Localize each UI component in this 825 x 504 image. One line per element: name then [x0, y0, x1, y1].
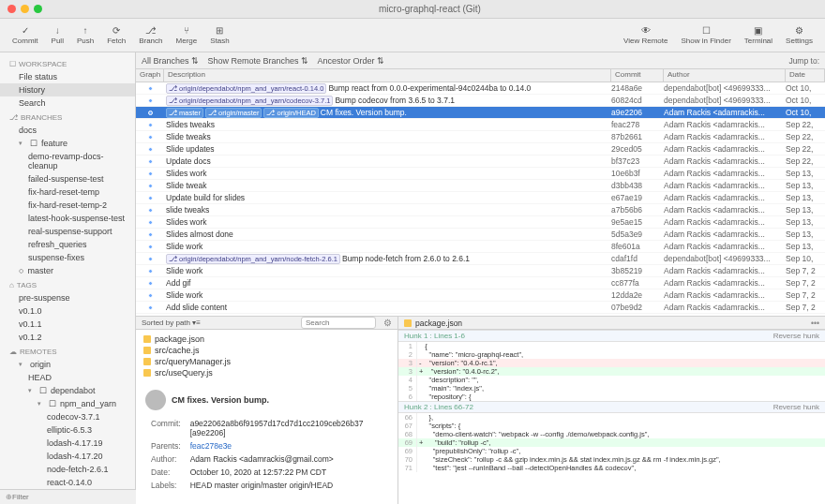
commit-row[interactable]: Slides tweaksfeac278Adam Rackis <adamrac… — [136, 119, 825, 131]
branch-real-suspense-support[interactable]: real-suspense-support — [0, 225, 135, 238]
reverse-hunk[interactable]: Reverse hunk — [773, 332, 819, 340]
file-icon — [404, 319, 412, 327]
code-line: 68 "demo-client-watch": "webpack -w --co… — [398, 430, 825, 438]
fetch-button[interactable]: ⟳Fetch — [100, 25, 132, 45]
commit-icon: ✓ — [22, 25, 29, 36]
close-icon[interactable] — [8, 5, 16, 13]
branch-demo-revamp-docs-cleanup[interactable]: demo-revamp-docs-cleanup — [0, 150, 135, 172]
commit-row[interactable]: Slide work8fe601aAdam Rackis <adamrackis… — [136, 241, 825, 253]
maximize-icon[interactable] — [34, 5, 42, 13]
reverse-hunk[interactable]: Reverse hunk — [773, 403, 819, 411]
remote-head[interactable]: HEAD — [0, 371, 135, 384]
push-button[interactable]: ↑Push — [70, 25, 100, 45]
sidebar-item-history[interactable]: History — [0, 83, 135, 96]
tag-v0.1.0[interactable]: v0.1.0 — [0, 304, 135, 318]
file-row[interactable]: package.json — [136, 334, 398, 345]
col-desc[interactable]: Description — [164, 69, 611, 82]
detail-labels: HEAD master origin/master origin/HEAD — [187, 480, 386, 491]
file-search[interactable] — [301, 317, 376, 329]
sidebar-filter[interactable] — [12, 493, 106, 501]
remote-dependabot[interactable]: ▾☐ dependabot — [0, 384, 135, 397]
stash-button[interactable]: ⊞Stash — [203, 25, 235, 45]
sidebar-item-search[interactable]: Search — [0, 96, 135, 110]
commit-row[interactable]: Update docsbf37c23Adam Rackis <adamracki… — [136, 156, 825, 168]
code-line: 6 "repository": { — [398, 393, 825, 401]
detail-date: October 10, 2020 at 12:57:22 PM CDT — [187, 467, 386, 478]
commit-row[interactable]: ⎇ origin/dependabot/npm_and_yarn/node-fe… — [136, 253, 825, 265]
commit-row[interactable]: Slide tweakd3bb438Adam Rackis <adamracki… — [136, 180, 825, 192]
tag-pre-suspense[interactable]: pre-suspense — [0, 291, 135, 304]
gear-icon[interactable]: ⚙ — [383, 318, 392, 328]
col-date[interactable]: Date — [786, 69, 825, 82]
show-in-finder-button[interactable]: ☐Show in Finder — [675, 25, 738, 45]
commit-row[interactable]: Add slide content07be9d2Adam Rackis <ada… — [136, 302, 825, 314]
pull-icon: ↓ — [55, 25, 60, 36]
code-line: 69 + "build": "rollup -c", — [398, 438, 825, 447]
view-remote-button[interactable]: 👁View Remote — [617, 25, 674, 45]
branch-fix-hard-reset-temp-2[interactable]: fix-hard-reset-temp-2 — [0, 199, 135, 212]
code-line: 3 + "version": "0.4.0-rc.2", — [398, 367, 825, 376]
more-icon[interactable]: ••• — [811, 319, 819, 328]
col-graph[interactable]: Graph — [136, 69, 164, 82]
detail-parents[interactable]: feac278e3e — [187, 440, 386, 452]
commit-row[interactable]: Slides almost done5d5a3e9Adam Rackis <ad… — [136, 229, 825, 241]
remote-branch-elliptic-6.5.3[interactable]: elliptic-6.5.3 — [0, 423, 135, 437]
remote-origin[interactable]: ▾origin — [0, 358, 135, 371]
commit-row[interactable]: Slides work10e6b3fAdam Rackis <adamracki… — [136, 168, 825, 180]
file-row[interactable]: src/queryManager.js — [136, 356, 398, 367]
commit-row[interactable]: Update build for slidese67ae19Adam Racki… — [136, 192, 825, 204]
commit-row[interactable]: Slide work12dda2eAdam Rackis <adamrackis… — [136, 289, 825, 302]
filter-branches[interactable]: All Branches ⇅ — [142, 56, 199, 66]
file-row[interactable]: src/cache.js — [136, 345, 398, 356]
remote-branch-codecov-3.7.1[interactable]: codecov-3.7.1 — [0, 410, 135, 423]
remotes-header: ☁ REMOTES — [0, 344, 135, 358]
settings-button[interactable]: ⚙Settings — [779, 25, 819, 45]
col-author[interactable]: Author — [664, 69, 786, 82]
commit-row[interactable]: slide tweaksa7b56b6Adam Rackis <adamrack… — [136, 204, 825, 216]
tag-v0.1.1[interactable]: v0.1.1 — [0, 318, 135, 331]
commit-message: CM fixes. Version bump. — [172, 395, 269, 405]
branch-fix-hard-reset-temp[interactable]: fix-hard-reset-temp — [0, 185, 135, 199]
branch-docs[interactable]: docs — [0, 124, 135, 137]
sidebar-item-file-status[interactable]: File status — [0, 70, 135, 83]
remote-branch-lodash-4.17.20[interactable]: lodash-4.17.20 — [0, 450, 135, 463]
file-row[interactable]: src/useQuery.js — [136, 367, 398, 378]
commit-row[interactable]: ⎇ master⎇ origin/master⎇ origin/HEADCM f… — [136, 107, 825, 119]
remote-npm-yarn[interactable]: ▾☐ npm_and_yarn — [0, 397, 135, 410]
branch-feature[interactable]: ▾☐ feature — [0, 137, 135, 150]
avatar — [145, 390, 166, 410]
filter-order[interactable]: Ancestor Order ⇅ — [318, 56, 384, 66]
branch-master[interactable]: ○ master — [0, 264, 135, 277]
remote-branch-lodash-4.17.19[interactable]: lodash-4.17.19 — [0, 437, 135, 450]
tag-v0.1.2[interactable]: v0.1.2 — [0, 331, 135, 344]
commit-row[interactable]: Slides work9e5ae15Adam Rackis <adamracki… — [136, 216, 825, 229]
filter-remote[interactable]: Show Remote Branches ⇅ — [208, 56, 308, 66]
jump-to: Jump to: — [788, 56, 819, 66]
branch-latest-hook-suspense-test[interactable]: latest-hook-suspense-test — [0, 212, 135, 225]
branch-refresh_queries[interactable]: refresh_queries — [0, 238, 135, 251]
col-commit[interactable]: Commit — [611, 69, 664, 82]
commit-row[interactable]: ⎇ origin/dependabot/npm_and_yarn/codecov… — [136, 95, 825, 107]
commits-list: ⎇ origin/dependabot/npm_and_yarn/react-0… — [136, 82, 825, 317]
code-line: 70 "sizeCheck": "rollup -c && gzip index… — [398, 455, 825, 464]
code-line: 69 "prepublishOnly": "rollup -c", — [398, 447, 825, 455]
minimize-icon[interactable] — [21, 5, 29, 13]
commit-row[interactable]: Slide tweaks87b2661Adam Rackis <adamrack… — [136, 131, 825, 143]
toolbar: ✓Commit↓Pull↑Push⟳Fetch⎇Branch⑂Merge⊞Sta… — [0, 19, 825, 52]
commit-row[interactable]: ⎇ origin/dependabot/npm_and_yarn/react-0… — [136, 82, 825, 95]
remote-branch-node-fetch-2.6.1[interactable]: node-fetch-2.6.1 — [0, 463, 135, 476]
commit-row[interactable]: Slide work3b85219Adam Rackis <adamrackis… — [136, 265, 825, 277]
commit-row[interactable]: Add gifcc877faAdam Rackis <adamrackis...… — [136, 277, 825, 289]
branch-suspense-fixes[interactable]: suspense-fixes — [0, 251, 135, 264]
file-icon — [143, 347, 151, 354]
branch-failed-suspense-test[interactable]: failed-suspense-test — [0, 172, 135, 185]
commit-button[interactable]: ✓Commit — [6, 25, 45, 45]
terminal-button[interactable]: ▣Terminal — [738, 25, 779, 45]
pull-button[interactable]: ↓Pull — [45, 25, 70, 45]
commit-row[interactable]: Slide updates29ced05Adam Rackis <adamrac… — [136, 143, 825, 156]
merge-button[interactable]: ⑂Merge — [170, 25, 204, 45]
remote-branch-react-0.14.0[interactable]: react-0.14.0 — [0, 476, 135, 489]
window-title: micro-graphql-react (Git) — [42, 4, 818, 14]
branch-button[interactable]: ⎇Branch — [132, 25, 169, 45]
sort-by[interactable]: Sorted by path ▾ — [142, 319, 196, 327]
